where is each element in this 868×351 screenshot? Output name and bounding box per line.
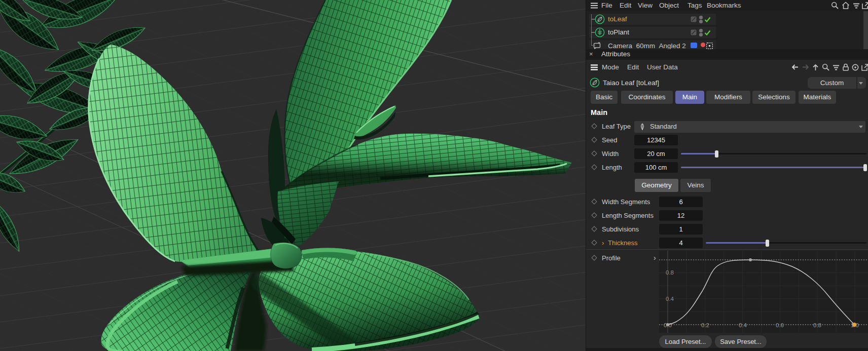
- svg-text:0.4: 0.4: [666, 296, 674, 302]
- svg-text:0.4: 0.4: [739, 322, 747, 328]
- svg-text:0.8: 0.8: [666, 269, 674, 276]
- svg-text:0.8: 0.8: [813, 322, 821, 328]
- svg-text:0.6: 0.6: [776, 322, 784, 328]
- svg-text:0.2: 0.2: [701, 322, 709, 328]
